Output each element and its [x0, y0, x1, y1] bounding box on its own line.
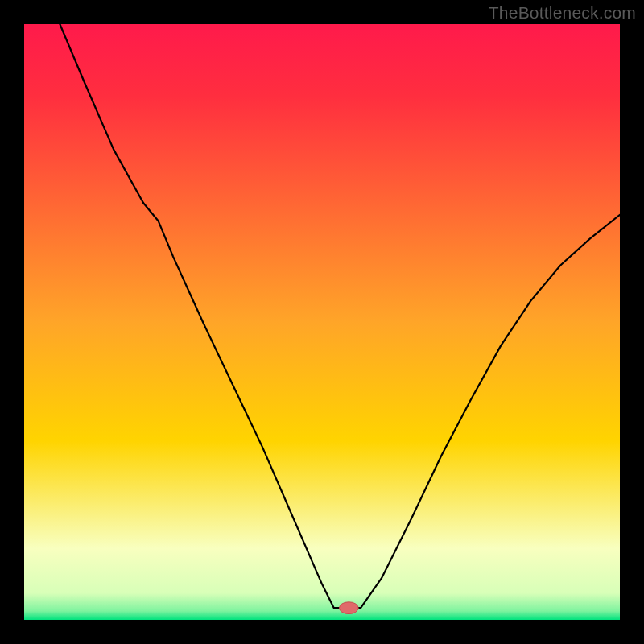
plot-area [24, 24, 620, 620]
optimum-marker [339, 602, 358, 614]
plot-svg [24, 24, 620, 620]
gradient-background [24, 24, 620, 620]
chart-frame: TheBottleneck.com [0, 0, 644, 644]
watermark-text: TheBottleneck.com [489, 3, 636, 23]
